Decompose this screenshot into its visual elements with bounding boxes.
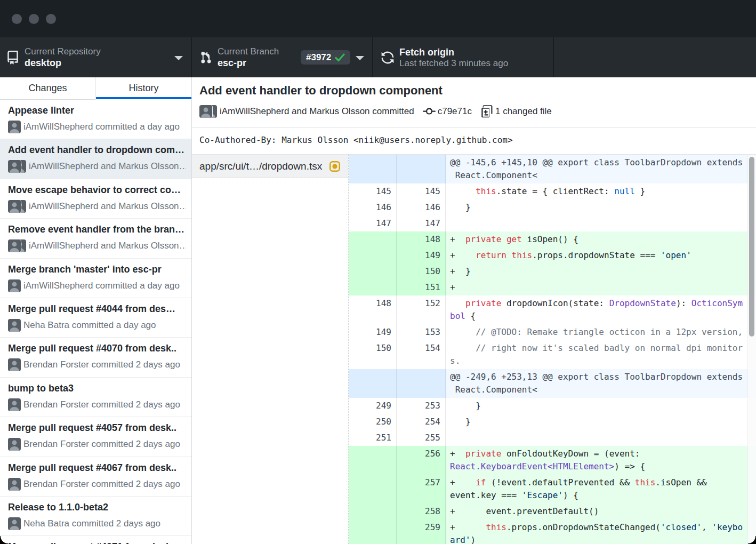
diff-line: 150154 // right now it's scaled badly on… bbox=[349, 340, 756, 369]
git-commit-icon bbox=[423, 105, 436, 118]
commit-item-title: Merge pull request #4067 from desk.. bbox=[8, 462, 186, 474]
commit-item-meta: Neha Batra committed 2 days ago bbox=[8, 517, 186, 530]
avatar bbox=[8, 121, 21, 133]
diff-line-content: } bbox=[446, 414, 756, 430]
avatar bbox=[8, 478, 21, 491]
avatar bbox=[8, 398, 21, 411]
zoom-button[interactable] bbox=[46, 14, 56, 24]
old-line-number: 149 bbox=[349, 324, 397, 340]
avatar bbox=[8, 239, 26, 252]
diff-line-content: @@ -249,6 +253,13 @@ export class Toolba… bbox=[446, 369, 756, 398]
close-button[interactable] bbox=[12, 14, 22, 24]
commit-list-item[interactable]: Add event handler to dropdown com…iAmWil… bbox=[0, 139, 191, 179]
avatar bbox=[8, 239, 21, 252]
new-line-number: 154 bbox=[397, 340, 446, 369]
commit-item-title: Move escape behavior to correct co… bbox=[8, 184, 186, 196]
avatar bbox=[199, 105, 212, 118]
avatar bbox=[8, 200, 26, 213]
commit-item-byline: iAmWillShepherd committed a day ago bbox=[23, 281, 180, 291]
commit-item-byline: Brendan Forster committed 2 days ago bbox=[23, 439, 180, 450]
new-line-number: 153 bbox=[397, 324, 446, 340]
commit-item-title: Merge pull request #4071 from desk.. bbox=[8, 541, 186, 544]
scrollbar-thumb[interactable] bbox=[749, 157, 754, 337]
tab-changes[interactable]: Changes bbox=[0, 77, 95, 100]
new-line-number: 259 bbox=[397, 519, 446, 544]
new-line-number bbox=[397, 369, 446, 398]
avatar bbox=[8, 160, 26, 173]
diff-line: 145145 this.state = { clientRect: null } bbox=[349, 183, 756, 199]
diff-line-content: + private onFoldoutKeyDown = (event:Reac… bbox=[446, 446, 756, 475]
commit-sha: c79e71c bbox=[438, 106, 472, 117]
commit-list-item[interactable]: bump to beta3Brendan Forster committed 2… bbox=[0, 378, 191, 417]
new-line-number: 258 bbox=[397, 503, 446, 519]
diff-line: 249253 } bbox=[349, 398, 756, 414]
commit-list-item[interactable]: Move escape behavior to correct co…iAmWi… bbox=[0, 179, 191, 219]
sync-icon bbox=[381, 51, 395, 65]
old-line-number bbox=[349, 446, 397, 475]
commit-item-meta: iAmWillShepherd and Markus Olsson… bbox=[8, 239, 186, 252]
new-line-number: 150 bbox=[397, 263, 446, 279]
changed-file-row[interactable]: app/src/ui/t…/dropdown.tsx bbox=[192, 155, 348, 178]
changed-files-list: app/src/ui/t…/dropdown.tsx bbox=[192, 155, 349, 544]
avatar bbox=[8, 438, 21, 451]
commit-item-byline: Brendan Forster committed 2 days ago bbox=[23, 399, 180, 410]
diff-line: 149+ return this.props.dropdownState ===… bbox=[349, 247, 756, 263]
commit-item-meta: Brendan Forster committed 2 days ago bbox=[8, 398, 186, 411]
diff-line-content bbox=[446, 430, 756, 446]
commit-item-title: Add event handler to dropdown com… bbox=[8, 144, 186, 156]
diff-line: 251255 bbox=[349, 430, 756, 446]
pr-number: #3972 bbox=[306, 52, 331, 63]
old-line-number bbox=[349, 519, 397, 544]
commit-item-meta: iAmWillShepherd and Markus Olsson… bbox=[8, 160, 186, 173]
window-corner bbox=[748, 536, 756, 544]
fetch-title: Fetch origin bbox=[399, 46, 508, 58]
scrollbar-track[interactable] bbox=[747, 155, 756, 544]
repository-label: Current Repository bbox=[25, 46, 101, 57]
old-line-number: 146 bbox=[349, 199, 397, 215]
old-line-number: 148 bbox=[349, 295, 397, 324]
old-line-number: 150 bbox=[349, 340, 397, 369]
commit-list-item[interactable]: Merge pull request #4044 from des…Neha B… bbox=[0, 298, 191, 338]
new-line-number: 151 bbox=[397, 279, 446, 295]
new-line-number: 146 bbox=[397, 199, 446, 215]
diff-line: 257+ if (!event.defaultPrevented && this… bbox=[349, 475, 756, 503]
commit-item-title: Merge pull request #4070 from desk.. bbox=[8, 342, 186, 355]
diff-line-content: // @TODO: Remake triangle octicon in a 1… bbox=[446, 324, 756, 340]
avatar bbox=[8, 121, 21, 133]
repo-icon bbox=[6, 51, 20, 65]
old-line-number bbox=[349, 263, 397, 279]
tab-history[interactable]: History bbox=[95, 77, 191, 100]
branch-dropdown[interactable]: Current Branch esc-pr #3972 bbox=[192, 37, 373, 77]
new-line-number: 253 bbox=[397, 398, 446, 414]
toolbar: Current Repository desktop Current Branc… bbox=[0, 36, 756, 77]
diff-hunk-header: @@ -249,6 +253,13 @@ export class Toolba… bbox=[349, 369, 756, 398]
diff-line: 146146 } bbox=[349, 199, 756, 215]
commit-list-item[interactable]: Merge pull request #4070 from desk..Bren… bbox=[0, 338, 191, 377]
avatar bbox=[8, 358, 21, 371]
commit-meta: iAmWillShepherd and Markus Olsson commit… bbox=[199, 105, 747, 118]
repository-dropdown[interactable]: Current Repository desktop bbox=[0, 37, 192, 77]
commit-list-item[interactable]: Merge pull request #4071 from desk.. bbox=[0, 536, 191, 544]
commit-list-item[interactable]: Appease linteriAmWillShepherd committed … bbox=[0, 100, 191, 139]
old-line-number: 249 bbox=[349, 398, 397, 414]
avatar bbox=[8, 279, 21, 292]
commit-list-item[interactable]: Merge pull request #4057 from desk..Bren… bbox=[0, 417, 191, 457]
diff-line-content: } bbox=[446, 398, 756, 414]
changed-files-count: 1 changed file bbox=[495, 106, 552, 117]
commit-item-meta: Brendan Forster committed 2 days ago bbox=[8, 478, 186, 491]
old-line-number bbox=[349, 231, 397, 247]
commit-list-item[interactable]: Remove event handler from the bran…iAmWi… bbox=[0, 219, 191, 258]
commit-list-item[interactable]: Merge pull request #4067 from desk..Bren… bbox=[0, 457, 191, 497]
commit-item-meta: Brendan Forster committed 2 days ago bbox=[8, 358, 186, 371]
commit-item-meta: iAmWillShepherd committed a day ago bbox=[8, 279, 186, 292]
new-line-number: 152 bbox=[397, 295, 446, 324]
diff-line-content: + } bbox=[446, 263, 756, 279]
commit-list-item[interactable]: Merge branch 'master' into esc-priAmWill… bbox=[0, 259, 191, 298]
diff-line-content: @@ -145,6 +145,10 @@ export class Toolba… bbox=[446, 155, 756, 183]
diff-line: 250254 } bbox=[349, 414, 756, 430]
diff-line: 148+ private get isOpen() { bbox=[349, 231, 756, 247]
fetch-origin-button[interactable]: Fetch origin Last fetched 3 minutes ago bbox=[373, 37, 554, 77]
commit-list-item[interactable]: Release to 1.1.0-beta2Neha Batra committ… bbox=[0, 497, 191, 536]
minimize-button[interactable] bbox=[29, 14, 39, 24]
diff-line-content: + bbox=[446, 279, 756, 295]
